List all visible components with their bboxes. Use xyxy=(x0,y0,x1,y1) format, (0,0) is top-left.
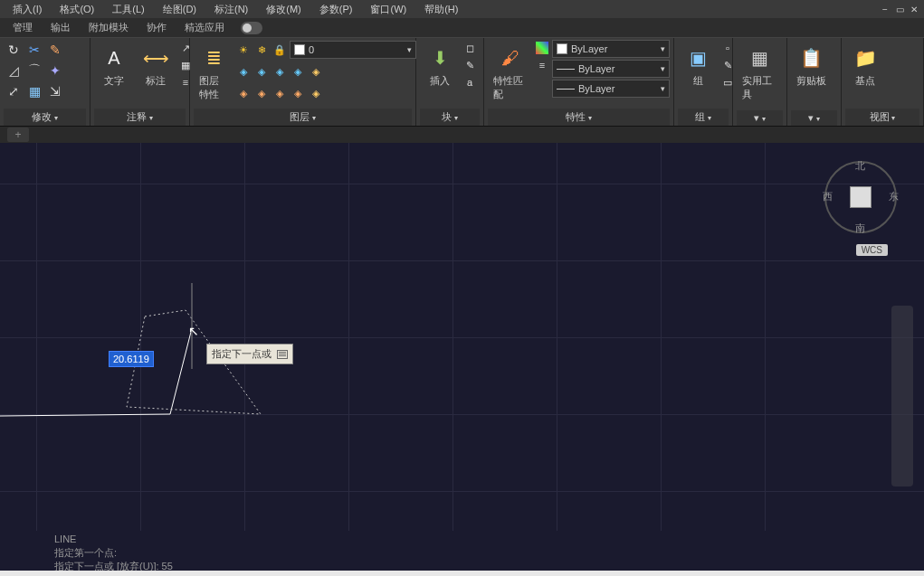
prompt-menu-icon[interactable] xyxy=(277,350,288,359)
panel-title-layers[interactable]: 图层 xyxy=(194,109,412,126)
cmd-line-1: LINE xyxy=(54,533,870,546)
menu-dimension[interactable]: 标注(N) xyxy=(205,1,257,18)
panel-block: ⬇ 插入 ◻ ✎ a 块 xyxy=(416,38,484,126)
lineweight-dropdown[interactable]: ByLayer xyxy=(552,80,670,98)
toggle-switch[interactable] xyxy=(241,22,262,34)
minimize-button[interactable]: − xyxy=(879,5,891,14)
layer-props-button[interactable]: ≣ 图层特性 xyxy=(194,40,233,105)
trim-icon[interactable]: ✂ xyxy=(24,40,44,60)
dim-label: 标注 xyxy=(146,74,166,88)
clipboard-button[interactable]: 📋 剪贴板 xyxy=(791,40,832,91)
command-input[interactable] xyxy=(0,571,924,576)
layer-current-name: 0 xyxy=(309,44,314,55)
viewcube[interactable]: 北 南 东 西 xyxy=(824,161,897,233)
menu-window[interactable]: 窗口(W) xyxy=(361,1,415,18)
drawing-canvas[interactable]: 20.6119 指定下一点或 ↖ 北 南 东 西 WCS xyxy=(0,143,924,531)
insert-block-button[interactable]: ⬇ 插入 xyxy=(420,40,460,91)
erase-icon[interactable]: ✎ xyxy=(45,40,65,60)
layer-tool-6[interactable]: ◈ xyxy=(235,85,252,101)
navigation-bar[interactable] xyxy=(891,306,913,486)
match-props-icon: 🖌 xyxy=(496,43,525,72)
explode-icon[interactable]: ✦ xyxy=(45,61,65,80)
scale-icon[interactable]: ⤢ xyxy=(4,81,24,101)
cursor: ↖ xyxy=(188,324,199,338)
panel-title-utilities[interactable]: ▾ xyxy=(737,110,783,126)
menu-modify[interactable]: 修改(M) xyxy=(257,1,310,18)
panel-annotate: A 文字 ⟷ 标注 ↗ ▦ ≡ 注释 xyxy=(90,38,190,126)
layer-dropdown[interactable]: 0 xyxy=(290,41,416,59)
tab-addons[interactable]: 附加模块 xyxy=(80,19,138,36)
panel-title-clipboard[interactable]: ▾ xyxy=(791,110,837,126)
block-attr-icon[interactable]: a xyxy=(462,74,478,90)
menu-draw[interactable]: 绘图(D) xyxy=(154,1,205,18)
viewcube-east[interactable]: 东 xyxy=(889,190,899,203)
calc-icon: ▦ xyxy=(746,43,775,72)
layer-tool-8[interactable]: ◈ xyxy=(271,85,288,101)
text-button[interactable]: A 文字 xyxy=(94,40,134,91)
viewcube-west[interactable]: 西 xyxy=(823,190,833,203)
ribbon: ↻ ✂ ✎ ◿ ⌒ ✦ ⤢ ▦ ⇲ 修改 A 文 xyxy=(0,38,924,127)
layer-tool-2[interactable]: ◈ xyxy=(253,63,270,80)
viewcube-south[interactable]: 南 xyxy=(855,222,865,235)
layer-tool-10[interactable]: ◈ xyxy=(308,85,324,101)
panel-view: 📁 基点 视图 xyxy=(842,38,924,126)
close-button[interactable]: ✕ xyxy=(908,5,920,14)
grid-line xyxy=(0,414,924,415)
dimension-input[interactable]: 20.6119 xyxy=(109,351,154,367)
window-controls: − ▭ ✕ xyxy=(879,5,920,14)
layer-tool-3[interactable]: ◈ xyxy=(271,63,288,80)
dimension-button[interactable]: ⟷ 标注 xyxy=(136,40,176,91)
group-icon: ▣ xyxy=(683,43,712,72)
fillet-icon[interactable]: ⌒ xyxy=(24,61,44,80)
prop-list-icon[interactable]: ≡ xyxy=(534,57,550,73)
menu-bar: 插入(I) 格式(O) 工具(L) 绘图(D) 标注(N) 修改(M) 参数(P… xyxy=(0,0,924,18)
menu-tools[interactable]: 工具(L) xyxy=(103,1,153,18)
utilities-button[interactable]: ▦ 实用工具 xyxy=(737,40,783,105)
layer-tool-4[interactable]: ◈ xyxy=(290,63,306,80)
base-button[interactable]: 📁 基点 xyxy=(845,40,885,91)
layer-lock-icon[interactable]: 🔒 xyxy=(271,42,288,58)
new-tab-button[interactable]: + xyxy=(7,127,29,142)
panel-title-annotate[interactable]: 注释 xyxy=(94,109,186,126)
viewcube-north[interactable]: 北 xyxy=(855,159,865,173)
menu-format[interactable]: 格式(O) xyxy=(51,1,103,18)
layer-freeze-icon[interactable]: ❄ xyxy=(253,42,270,58)
color-dropdown[interactable]: ByLayer xyxy=(552,40,670,58)
array-icon[interactable]: ▦ xyxy=(24,81,44,101)
prop-color-icon[interactable] xyxy=(536,42,548,54)
menu-params[interactable]: 参数(P) xyxy=(310,1,362,18)
layer-tool-7[interactable]: ◈ xyxy=(253,85,270,101)
panel-title-modify[interactable]: 修改 xyxy=(4,109,86,126)
wcs-label[interactable]: WCS xyxy=(856,244,888,256)
utilities-label: 实用工具 xyxy=(742,74,777,101)
layer-state-icon[interactable]: ☀ xyxy=(235,42,252,58)
panel-title-view[interactable]: 视图 xyxy=(845,109,919,126)
menu-insert[interactable]: 插入(I) xyxy=(4,1,51,18)
panel-modify: ↻ ✂ ✎ ◿ ⌒ ✦ ⤢ ▦ ⇲ 修改 xyxy=(0,38,90,126)
grid-line xyxy=(0,260,924,261)
tab-output[interactable]: 输出 xyxy=(42,19,80,36)
tab-collab[interactable]: 协作 xyxy=(138,19,176,36)
group-button[interactable]: ▣ 组 xyxy=(678,40,718,91)
panel-title-properties[interactable]: 特性 xyxy=(488,109,670,126)
menu-help[interactable]: 帮助(H) xyxy=(415,1,467,18)
tab-featured[interactable]: 精选应用 xyxy=(176,19,233,36)
viewcube-face[interactable] xyxy=(850,186,872,208)
mirror-icon[interactable]: ◿ xyxy=(4,61,24,80)
panel-title-groups[interactable]: 组 xyxy=(678,109,729,126)
block-create-icon[interactable]: ◻ xyxy=(462,40,478,56)
linetype-dropdown[interactable]: ByLayer xyxy=(552,60,670,78)
tab-manage[interactable]: 管理 xyxy=(4,19,42,36)
layer-tool-9[interactable]: ◈ xyxy=(290,85,306,101)
panel-title-block[interactable]: 块 xyxy=(420,109,480,126)
text-icon: A xyxy=(100,43,129,72)
block-edit-icon[interactable]: ✎ xyxy=(462,57,478,73)
rotate-icon[interactable]: ↻ xyxy=(4,40,24,60)
layer-tool-1[interactable]: ◈ xyxy=(235,63,252,80)
panel-layers: ≣ 图层特性 ☀ ❄ 🔒 0 ◈ ◈ ◈ ◈ xyxy=(190,38,416,126)
match-props-button[interactable]: 🖌 特性匹配 xyxy=(488,40,532,105)
restore-button[interactable]: ▭ xyxy=(893,5,906,14)
stretch-icon[interactable]: ⇲ xyxy=(45,81,65,101)
layer-tool-5[interactable]: ◈ xyxy=(308,63,324,80)
insert-label: 插入 xyxy=(430,74,450,88)
